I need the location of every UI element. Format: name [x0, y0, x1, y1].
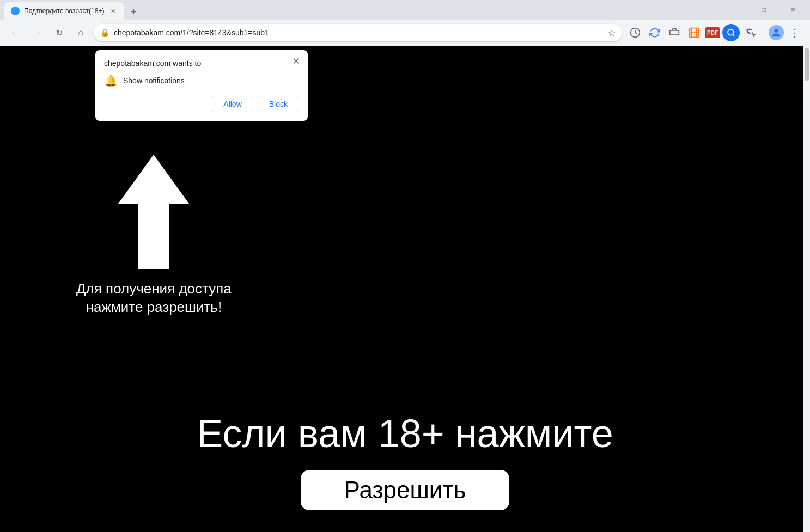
active-tab[interactable]: 🌐 Подтвердите возраст(18+) ✕: [4, 2, 124, 20]
divider: [764, 27, 764, 38]
url-display: chepotabakam.com/1/?site=8143&sub1=sub1: [114, 28, 604, 37]
page-content: ✕ chepotabakam.com wants to 🔔 Show notif…: [0, 46, 810, 532]
allow-big-button[interactable]: Разрешить: [301, 470, 510, 510]
puzzle-icon[interactable]: [666, 24, 683, 41]
popup-close-button[interactable]: ✕: [289, 54, 302, 68]
bell-icon: 🔔: [104, 74, 118, 87]
tab-title: Подтвердите возраст(18+): [24, 7, 104, 15]
sync-icon[interactable]: [646, 24, 663, 41]
minimize-button[interactable]: —: [722, 0, 747, 20]
extensions-icon[interactable]: [626, 24, 644, 41]
profile-icon[interactable]: [769, 25, 784, 40]
instruction-text: Для получения доступанажмите разрешить!: [76, 280, 232, 317]
bookmark-icon[interactable]: ☆: [608, 28, 616, 38]
popup-site-text: chepotabakam.com wants to: [104, 59, 299, 68]
pdf-icon[interactable]: PDF: [705, 27, 720, 38]
tab-close-button[interactable]: ✕: [108, 7, 117, 15]
back-button[interactable]: ←: [7, 24, 24, 41]
forward-button[interactable]: →: [28, 24, 46, 41]
block-button[interactable]: Block: [258, 96, 299, 112]
svg-marker-3: [118, 155, 189, 269]
popup-permission-label: Show notifications: [123, 76, 185, 85]
window-controls: — □ ✕: [722, 0, 806, 20]
lock-icon: 🔒: [100, 28, 109, 37]
tab-favicon: 🌐: [11, 7, 20, 15]
arrow-up-icon: [118, 149, 189, 269]
new-tab-button[interactable]: +: [126, 4, 141, 20]
translate-icon[interactable]: [742, 24, 759, 41]
refresh-button[interactable]: ↻: [50, 24, 68, 41]
popup-permission-row: 🔔 Show notifications: [104, 74, 299, 87]
close-button[interactable]: ✕: [781, 0, 806, 20]
address-bar-input[interactable]: 🔒 chepotabakam.com/1/?site=8143&sub1=sub…: [94, 24, 622, 41]
popup-buttons: Allow Block: [104, 96, 299, 112]
notification-popup: ✕ chepotabakam.com wants to 🔔 Show notif…: [95, 50, 308, 121]
search-icon[interactable]: [722, 24, 740, 41]
home-button[interactable]: ⌂: [72, 24, 89, 41]
toolbar-icons: PDF ⋮: [626, 24, 803, 41]
scrollbar[interactable]: [803, 46, 810, 532]
headline-text: Если вам 18+ нажмите: [0, 411, 810, 456]
media-icon[interactable]: [685, 24, 703, 41]
svg-point-2: [728, 29, 734, 35]
address-bar: ← → ↻ ⌂ 🔒 chepotabakam.com/1/?site=8143&…: [0, 20, 810, 46]
menu-icon[interactable]: ⋮: [786, 24, 803, 41]
title-bar: 🌐 Подтвердите возраст(18+) ✕ + — □ ✕: [0, 0, 810, 20]
arrow-container: Для получения доступанажмите разрешить!: [76, 149, 232, 317]
scrollbar-thumb[interactable]: [805, 48, 809, 81]
browser-frame: 🌐 Подтвердите возраст(18+) ✕ + — □ ✕ ← →…: [0, 0, 810, 532]
allow-button[interactable]: Allow: [212, 96, 253, 112]
tab-area: 🌐 Подтвердите возраст(18+) ✕ +: [4, 0, 722, 20]
maximize-button[interactable]: □: [751, 0, 776, 20]
